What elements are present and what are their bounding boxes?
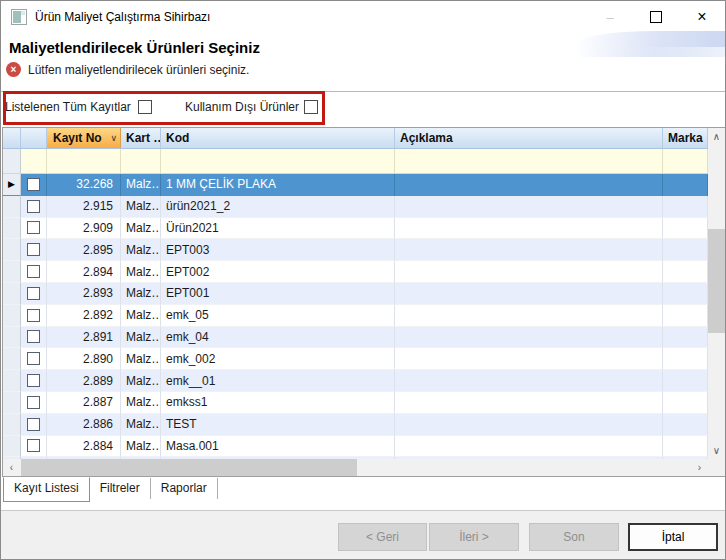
cell-kayit-no[interactable]: 2.890 (47, 348, 121, 370)
inactive-products-checkbox[interactable] (304, 100, 318, 114)
vertical-scrollbar[interactable]: ∧ ∨ (708, 128, 725, 459)
table-row[interactable]: 2.884 Malz… Masa.001 (3, 436, 708, 458)
cell-kod[interactable]: emkss1 (161, 392, 395, 414)
cell-marka[interactable] (663, 239, 708, 261)
cell-marka[interactable] (663, 348, 708, 370)
row-checkbox-cell[interactable] (21, 305, 47, 327)
horizontal-scroll-thumb[interactable] (21, 459, 357, 476)
close-button[interactable]: × (679, 1, 725, 33)
row-checkbox[interactable] (27, 418, 40, 431)
cell-kod[interactable]: ürün2021_2 (161, 196, 395, 218)
header-aciklama[interactable]: Açıklama (395, 128, 663, 148)
row-checkbox[interactable] (27, 200, 40, 213)
cell-kart[interactable]: Malz… (121, 283, 161, 305)
cell-kod[interactable]: Masa.001 (161, 436, 395, 458)
cell-aciklama[interactable] (395, 239, 663, 261)
header-kod[interactable]: Kod (161, 128, 395, 148)
all-records-checkbox[interactable] (138, 100, 152, 114)
cell-aciklama[interactable] (395, 174, 663, 196)
scroll-up-icon[interactable]: ∧ (708, 128, 725, 145)
row-checkbox-cell[interactable] (21, 174, 47, 196)
cell-kayit-no[interactable]: 2.909 (47, 218, 121, 240)
cell-marka[interactable] (663, 370, 708, 392)
cell-kayit-no[interactable]: 2.892 (47, 305, 121, 327)
row-checkbox-cell[interactable] (21, 261, 47, 283)
cell-marka[interactable] (663, 392, 708, 414)
table-row[interactable]: 2.890 Malz… emk_002 (3, 348, 708, 370)
cell-marka[interactable] (663, 218, 708, 240)
row-checkbox[interactable] (27, 439, 40, 452)
filter-cell[interactable] (161, 149, 395, 173)
table-row[interactable]: 2.893 Malz… EPT001 (3, 283, 708, 305)
filter-cell[interactable] (21, 149, 47, 173)
header-checkbox-cell[interactable] (21, 128, 47, 148)
cell-kart[interactable]: Malz… (121, 370, 161, 392)
row-checkbox[interactable] (27, 374, 40, 387)
cell-kod[interactable]: emk_05 (161, 305, 395, 327)
cell-kart[interactable]: Malz… (121, 261, 161, 283)
table-row[interactable]: 2.886 Malz… TEST (3, 414, 708, 436)
header-kayit-no[interactable]: Kayıt No ∨ (47, 128, 121, 148)
cancel-button[interactable]: İptal (628, 523, 718, 551)
horizontal-scrollbar[interactable]: ‹ › (3, 459, 708, 476)
cell-kayit-no[interactable]: 2.915 (47, 196, 121, 218)
cell-marka[interactable] (663, 283, 708, 305)
row-checkbox-cell[interactable] (21, 218, 47, 240)
cell-kayit-no[interactable]: 2.889 (47, 370, 121, 392)
cell-kod[interactable]: Ürün2021 (161, 218, 395, 240)
table-row[interactable]: 2.889 Malz… emk__01 (3, 370, 708, 392)
row-checkbox-cell[interactable] (21, 283, 47, 305)
table-row[interactable]: 2.895 Malz… EPT003 (3, 239, 708, 261)
row-checkbox[interactable] (27, 221, 40, 234)
cell-kart[interactable]: Malz… (121, 327, 161, 349)
cell-kayit-no[interactable]: 2.894 (47, 261, 121, 283)
cell-kart[interactable]: Malz… (121, 174, 161, 196)
cell-kart[interactable]: Malz… (121, 348, 161, 370)
row-checkbox-cell[interactable] (21, 239, 47, 261)
row-checkbox[interactable] (27, 352, 40, 365)
cell-kart[interactable]: Malz… (121, 414, 161, 436)
cell-marka[interactable] (663, 174, 708, 196)
cell-kod[interactable]: 1 MM ÇELİK PLAKA (161, 174, 395, 196)
filter-cell[interactable] (663, 149, 708, 173)
cell-marka[interactable] (663, 305, 708, 327)
cell-kod[interactable]: TEST (161, 414, 395, 436)
cell-marka[interactable] (663, 327, 708, 349)
scroll-left-icon[interactable]: ‹ (3, 459, 20, 476)
cell-kayit-no[interactable]: 2.893 (47, 283, 121, 305)
row-checkbox[interactable] (27, 178, 40, 191)
cell-aciklama[interactable] (395, 305, 663, 327)
scroll-down-icon[interactable]: ∨ (708, 442, 725, 459)
tab-raporlar[interactable]: Raporlar (151, 478, 218, 499)
maximize-button[interactable] (633, 1, 679, 33)
table-row[interactable]: ▶ 32.268 Malz… 1 MM ÇELİK PLAKA (3, 174, 708, 196)
cell-kart[interactable]: Malz… (121, 239, 161, 261)
vertical-scroll-thumb[interactable] (708, 229, 725, 333)
row-checkbox[interactable] (27, 287, 40, 300)
table-row[interactable]: 2.892 Malz… emk_05 (3, 305, 708, 327)
cell-kart[interactable]: Malz… (121, 218, 161, 240)
scroll-right-icon[interactable]: › (691, 459, 708, 476)
cell-aciklama[interactable] (395, 436, 663, 458)
row-checkbox-cell[interactable] (21, 436, 47, 458)
tab-kayit-listesi[interactable]: Kayıt Listesi (3, 477, 90, 502)
cell-kart[interactable]: Malz… (121, 196, 161, 218)
row-checkbox[interactable] (27, 265, 40, 278)
cell-marka[interactable] (663, 196, 708, 218)
cell-aciklama[interactable] (395, 218, 663, 240)
row-checkbox-cell[interactable] (21, 392, 47, 414)
row-checkbox-cell[interactable] (21, 327, 47, 349)
cell-aciklama[interactable] (395, 327, 663, 349)
tab-filtreler[interactable]: Filtreler (90, 478, 151, 499)
cell-kod[interactable]: emk__01 (161, 370, 395, 392)
row-checkbox-cell[interactable] (21, 414, 47, 436)
filter-cell[interactable] (395, 149, 663, 173)
cell-kart[interactable]: Malz… (121, 436, 161, 458)
row-checkbox[interactable] (27, 243, 40, 256)
cell-kayit-no[interactable]: 32.268 (47, 174, 121, 196)
row-checkbox[interactable] (27, 309, 40, 322)
table-row[interactable]: 2.894 Malz… EPT002 (3, 261, 708, 283)
row-checkbox-cell[interactable] (21, 370, 47, 392)
cell-aciklama[interactable] (395, 283, 663, 305)
cell-kart[interactable]: Malz… (121, 305, 161, 327)
